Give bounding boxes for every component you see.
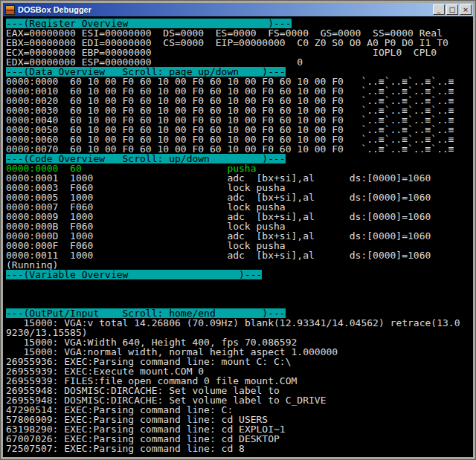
code-memory-info: ds:[0000]=1060: [350, 250, 431, 261]
variable-overview-section-bar: ---(Variable Overview )---: [6, 270, 473, 279]
blank-line: [6, 279, 473, 289]
code-opcode-bytes: 1000: [70, 250, 227, 260]
code-memory-info: ds:[0000]=1060: [350, 211, 431, 222]
code-opcode-bytes: 60: [70, 163, 227, 173]
window-buttons: _ □ ×: [433, 4, 472, 15]
code-memory-info: ds:[0000]=1060: [350, 172, 431, 184]
variable-overview-header: ---(Variable Overview )---: [6, 270, 262, 279]
blank-line: [6, 289, 473, 299]
dosbox-icon: [5, 5, 15, 15]
log-line: 72507507: EXEC:Parsing command line: cd …: [6, 444, 473, 453]
code-opcode-bytes: F060: [70, 221, 227, 231]
code-memory-info: ds:[0000]=1060: [350, 192, 431, 203]
minimize-icon: _: [434, 5, 444, 14]
code-instruction: adc [bx+si],al: [227, 250, 349, 260]
minimize-button[interactable]: _: [433, 4, 445, 15]
close-button[interactable]: ×: [460, 4, 472, 15]
code-opcode-bytes: 1000: [70, 231, 227, 241]
code-opcode-bytes: F060: [70, 202, 227, 212]
debugger-window: DOSBox Debugger _ □ × ---(Register Overv…: [0, 0, 476, 460]
data-rows: 0000:000060 10 00 F0 60 10 00 F0 60 10 0…: [6, 77, 473, 154]
code-row: 0000:00111000adc [bx+si],alds:[0000]=106…: [6, 250, 473, 260]
titlebar[interactable]: DOSBox Debugger _ □ ×: [3, 3, 473, 16]
maximize-button[interactable]: □: [446, 4, 458, 15]
code-opcode-bytes: F060: [70, 241, 227, 250]
window-title: DOSBox Debugger: [18, 3, 91, 16]
code-rows: 0000:000060pusha0000:00011000adc [bx+si]…: [6, 163, 473, 260]
output-log: 15000: VGA:v total 14.26806 (70.09Hz) bl…: [6, 318, 473, 453]
close-icon: ×: [460, 5, 471, 14]
code-memory-info: ds:[0000]=1060: [350, 230, 431, 242]
maximize-icon: □: [447, 5, 457, 14]
data-ascii-dump: `..≡`..≡`..≡`..≡: [361, 143, 454, 155]
code-opcode-bytes: F060: [70, 183, 227, 192]
code-opcode-bytes: 1000: [70, 192, 227, 202]
debugger-console: ---(Register Overview )--- EAX=00000000 …: [3, 16, 473, 457]
code-opcode-bytes: 1000: [70, 212, 227, 221]
register-lines: EAX=00000000 ESI=00000000 DS=0000 ES=000…: [6, 28, 473, 67]
code-opcode-bytes: 1000: [70, 173, 227, 183]
